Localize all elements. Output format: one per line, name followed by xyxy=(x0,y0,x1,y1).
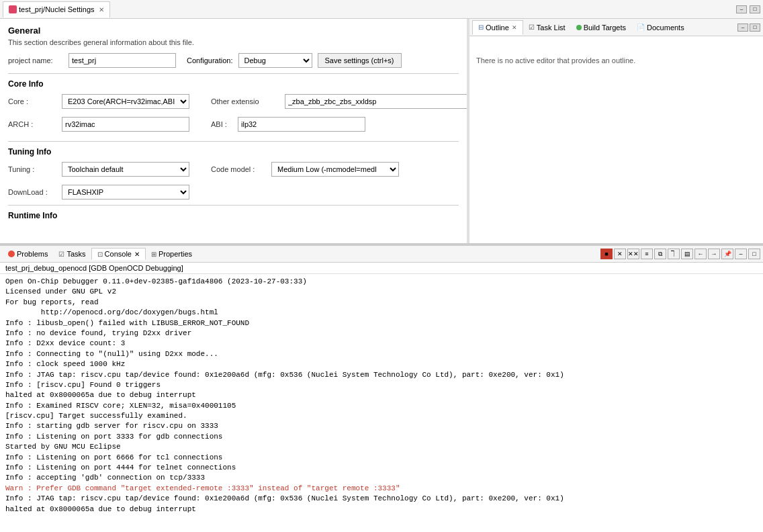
core-info-title: Core Info xyxy=(8,79,459,89)
tasks-icon: ☑ xyxy=(58,251,64,258)
abi-field-group: ABI : xyxy=(211,117,365,132)
nuclei-settings-tab[interactable]: test_prj/Nuclei Settings ✕ xyxy=(3,1,110,17)
abi-label: ABI : xyxy=(211,120,238,128)
console-line: Info : Listening on port 6666 for tcl co… xyxy=(5,453,758,463)
divider-2 xyxy=(8,141,459,142)
core-info-row2: ARCH : ABI : xyxy=(8,117,459,136)
problems-icon xyxy=(8,251,15,257)
right-maximize-btn[interactable]: □ xyxy=(750,24,760,32)
clear-all-btn[interactable]: ✕✕ xyxy=(627,249,639,259)
download-select[interactable]: FLASHXIP ILM SRAM xyxy=(62,185,189,200)
maximize-btn[interactable]: □ xyxy=(750,5,760,13)
docs-icon: 📄 xyxy=(637,24,645,31)
outline-close[interactable]: ✕ xyxy=(512,24,517,31)
settings-panel: General This section describes general i… xyxy=(0,19,467,243)
tab-outline[interactable]: ⊟ Outline ✕ xyxy=(472,20,523,35)
core-field-group: Core : E203 Core(ARCH=rv32imac,ABI xyxy=(8,94,189,109)
tuning-field-group: Tuning : Toolchain default Custom xyxy=(8,162,189,177)
bottom-panel: Problems ☑ Tasks ⊡ Console ✕ ⊞ Propertie… xyxy=(0,245,763,532)
bottom-toolbar: ■ ✕ ✕✕ ≡ ⧉ ⏋ ▤ ← → 📌 – □ xyxy=(600,249,760,259)
tuning-info-title: Tuning Info xyxy=(8,147,459,157)
right-minimize-btn[interactable]: – xyxy=(737,24,748,32)
arch-label: ARCH : xyxy=(8,120,62,128)
right-panel: ⊟ Outline ✕ ☑ Task List Build Targets 📄 … xyxy=(469,19,763,243)
general-title: General xyxy=(8,26,459,36)
project-name-row: project name: Configuration: Debug Relea… xyxy=(8,53,459,68)
window-controls: – □ xyxy=(736,5,760,13)
tuning-row1: Tuning : Toolchain default Custom Code m… xyxy=(8,162,459,181)
general-desc: This section describes general informati… xyxy=(8,38,459,46)
console-line: Info : Examined RISCV core; XLEN=32, mis… xyxy=(5,401,758,411)
console-line: Info : JTAG tap: riscv.cpu tap/device fo… xyxy=(5,494,758,504)
console-line: [riscv.cpu] Target successfully examined… xyxy=(5,411,758,421)
tab-properties[interactable]: ⊞ Properties xyxy=(146,249,197,259)
scroll-lock-btn[interactable]: ≡ xyxy=(641,249,653,259)
copy-btn[interactable]: ⧉ xyxy=(654,249,666,259)
arch-input[interactable] xyxy=(62,117,189,132)
console-line: Info : Listening on port 3333 for gdb co… xyxy=(5,432,758,442)
console-label: Console xyxy=(105,250,132,258)
build-dot xyxy=(576,25,582,30)
core-label: Core : xyxy=(8,97,62,105)
core-info-row1: Core : E203 Core(ARCH=rv32imac,ABI Other… xyxy=(8,94,459,113)
abi-input[interactable] xyxy=(238,117,365,132)
console-line: Info : accepting 'gdb' connection on tcp… xyxy=(5,473,758,483)
tuning-select[interactable]: Toolchain default Custom xyxy=(62,162,189,177)
console-line: Info : no device found, trying D2xx driv… xyxy=(5,328,758,339)
outline-icon: ⊟ xyxy=(478,24,484,31)
console-close[interactable]: ✕ xyxy=(134,251,140,258)
download-field-group: DownLoad : FLASHXIP ILM SRAM xyxy=(8,185,459,200)
divider-1 xyxy=(8,73,459,74)
project-name-input[interactable] xyxy=(69,53,176,68)
core-select[interactable]: E203 Core(ARCH=rv32imac,ABI xyxy=(62,94,189,109)
clear-btn[interactable]: ✕ xyxy=(614,249,626,259)
console-line: halted at 0x8000065a due to debug interr… xyxy=(5,504,758,515)
console-icon: ⊡ xyxy=(97,251,103,258)
tab-console[interactable]: ⊡ Console ✕ xyxy=(91,248,146,260)
config-label: Configuration: xyxy=(187,56,233,64)
other-ext-input[interactable] xyxy=(285,94,467,109)
stop-btn[interactable]: ■ xyxy=(600,249,613,259)
bottom-maximize-btn[interactable]: □ xyxy=(748,249,760,259)
console-line: Open On-Chip Debugger 0.11.0+dev-02385-g… xyxy=(5,277,758,287)
right-tab-bar: ⊟ Outline ✕ ☑ Task List Build Targets 📄 … xyxy=(469,19,763,36)
tab-problems[interactable]: Problems xyxy=(3,249,53,259)
tab-buildtargets[interactable]: Build Targets xyxy=(571,20,631,35)
console-line: Info : starting gdb server for riscv.cpu… xyxy=(5,421,758,431)
properties-label: Properties xyxy=(159,250,192,258)
core-info-section: Core Info Core : E203 Core(ARCH=rv32imac… xyxy=(8,79,459,136)
tuning-label: Tuning : xyxy=(8,165,62,173)
nuclei-settings-tab-close[interactable]: ✕ xyxy=(99,6,104,13)
minimize-btn[interactable]: – xyxy=(736,5,747,13)
console-line: halted at 0x8000065a due to debug interr… xyxy=(5,390,758,400)
console-line: Info : D2xx device count: 3 xyxy=(5,339,758,349)
view-btn[interactable]: ▤ xyxy=(681,249,693,259)
tab-tasks[interactable]: ☑ Tasks xyxy=(53,249,91,259)
documents-tab-label: Documents xyxy=(647,24,684,32)
download-label: DownLoad : xyxy=(8,188,62,196)
pin-btn[interactable]: 📌 xyxy=(721,249,733,259)
tab-tasklist[interactable]: ☑ Task List xyxy=(523,20,571,35)
tasklist-tab-label: Task List xyxy=(537,24,566,32)
console-output[interactable]: Open On-Chip Debugger 0.11.0+dev-02385-g… xyxy=(0,274,763,532)
properties-icon: ⊞ xyxy=(151,251,156,258)
tab-documents[interactable]: 📄 Documents xyxy=(631,20,690,35)
paste-btn[interactable]: ⏋ xyxy=(668,249,680,259)
save-settings-button[interactable]: Save settings (ctrl+s) xyxy=(318,53,402,68)
tuning-info-section: Tuning Info Tuning : Toolchain default C… xyxy=(8,147,459,200)
config-select[interactable]: Debug Release xyxy=(238,53,312,68)
nuclei-icon xyxy=(9,5,17,13)
arch-field-group: ARCH : xyxy=(8,117,189,132)
console-line: Info : clock speed 1000 kHz xyxy=(5,359,758,369)
bottom-minimize-btn[interactable]: – xyxy=(735,249,747,259)
tasks-label: Tasks xyxy=(66,250,85,258)
outline-tab-label: Outline xyxy=(486,24,509,32)
runtime-info-section: Runtime Info xyxy=(8,211,459,220)
console-line: Started by GNU MCU Eclipse xyxy=(5,442,758,452)
console-line: For bug reports, read xyxy=(5,298,758,308)
code-model-select[interactable]: Medium Low (-mcmodel=medl Medium Any xyxy=(271,162,399,177)
general-section: General This section describes general i… xyxy=(8,26,459,68)
code-model-group: Code model : Medium Low (-mcmodel=medl M… xyxy=(211,162,399,177)
nav-prev-btn[interactable]: ← xyxy=(694,249,707,259)
nav-next-btn[interactable]: → xyxy=(708,249,720,259)
